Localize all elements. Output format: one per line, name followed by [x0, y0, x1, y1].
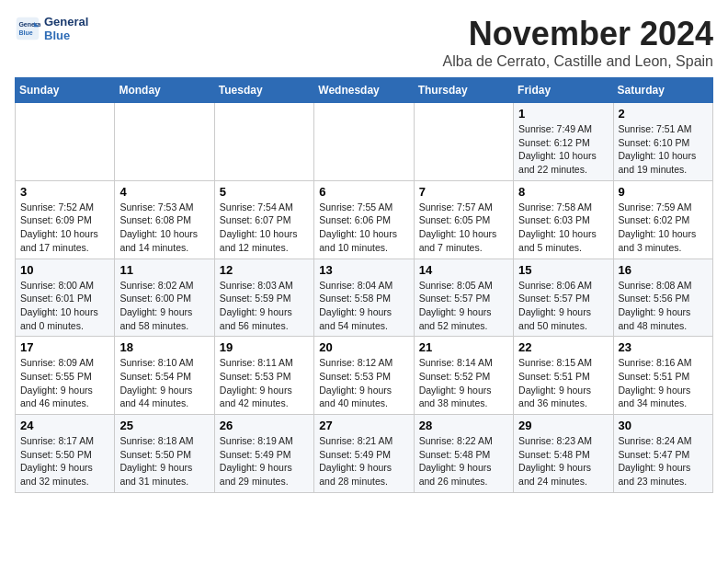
day-number: 14: [419, 263, 508, 277]
calendar-cell: 23Sunrise: 8:16 AM Sunset: 5:51 PM Dayli…: [613, 337, 712, 415]
calendar-cell: 26Sunrise: 8:19 AM Sunset: 5:49 PM Dayli…: [214, 415, 313, 493]
svg-text:Blue: Blue: [18, 29, 32, 36]
calendar-cell: 5Sunrise: 7:54 AM Sunset: 6:07 PM Daylig…: [214, 180, 313, 259]
calendar-cell: [16, 103, 115, 181]
calendar-cell: 19Sunrise: 8:11 AM Sunset: 5:53 PM Dayli…: [214, 337, 313, 415]
day-number: 19: [220, 340, 309, 354]
weekday-header-thursday: Thursday: [414, 78, 513, 103]
weekday-header-sunday: Sunday: [16, 78, 115, 103]
cell-details: Sunrise: 7:57 AM Sunset: 6:05 PM Dayligh…: [419, 201, 508, 255]
calendar-cell: 10Sunrise: 8:00 AM Sunset: 6:01 PM Dayli…: [16, 259, 115, 337]
day-number: 7: [419, 185, 508, 199]
day-number: 29: [518, 419, 608, 432]
calendar-week-5: 24Sunrise: 8:17 AM Sunset: 5:50 PM Dayli…: [16, 415, 713, 493]
calendar-cell: 1Sunrise: 7:49 AM Sunset: 6:12 PM Daylig…: [514, 103, 613, 181]
day-number: 13: [319, 263, 408, 277]
logo-text: General Blue: [44, 15, 88, 42]
cell-details: Sunrise: 8:05 AM Sunset: 5:57 PM Dayligh…: [419, 279, 508, 333]
cell-details: Sunrise: 7:58 AM Sunset: 6:03 PM Dayligh…: [518, 201, 608, 255]
logo: General Blue General Blue: [15, 15, 88, 42]
day-number: 17: [20, 340, 109, 354]
calendar-cell: 25Sunrise: 8:18 AM Sunset: 5:50 PM Dayli…: [115, 415, 214, 493]
calendar-cell: 12Sunrise: 8:03 AM Sunset: 5:59 PM Dayli…: [214, 259, 313, 337]
day-number: 6: [319, 185, 408, 199]
cell-details: Sunrise: 7:51 AM Sunset: 6:10 PM Dayligh…: [619, 122, 708, 177]
calendar-table: SundayMondayTuesdayWednesdayThursdayFrid…: [15, 77, 713, 493]
cell-details: Sunrise: 8:00 AM Sunset: 6:01 PM Dayligh…: [20, 279, 109, 333]
calendar-cell: 17Sunrise: 8:09 AM Sunset: 5:55 PM Dayli…: [16, 337, 115, 415]
calendar-cell: [414, 103, 513, 181]
calendar-cell: 14Sunrise: 8:05 AM Sunset: 5:57 PM Dayli…: [414, 259, 513, 337]
day-number: 10: [20, 263, 109, 277]
cell-details: Sunrise: 7:52 AM Sunset: 6:09 PM Dayligh…: [20, 201, 109, 255]
calendar-cell: 13Sunrise: 8:04 AM Sunset: 5:58 PM Dayli…: [314, 259, 414, 337]
cell-details: Sunrise: 8:15 AM Sunset: 5:51 PM Dayligh…: [518, 356, 608, 410]
cell-details: Sunrise: 8:23 AM Sunset: 5:48 PM Dayligh…: [518, 434, 608, 488]
day-number: 23: [619, 340, 708, 354]
day-number: 8: [518, 185, 608, 199]
calendar-cell: 3Sunrise: 7:52 AM Sunset: 6:09 PM Daylig…: [16, 180, 115, 259]
calendar-cell: 9Sunrise: 7:59 AM Sunset: 6:02 PM Daylig…: [613, 180, 712, 259]
day-number: 9: [619, 185, 708, 199]
page-header: General Blue General Blue November 2024 …: [15, 15, 713, 70]
cell-details: Sunrise: 8:21 AM Sunset: 5:49 PM Dayligh…: [319, 434, 408, 488]
calendar-cell: 22Sunrise: 8:15 AM Sunset: 5:51 PM Dayli…: [514, 337, 613, 415]
weekday-header-friday: Friday: [514, 78, 613, 103]
month-title: November 2024: [443, 15, 713, 53]
calendar-cell: 16Sunrise: 8:08 AM Sunset: 5:56 PM Dayli…: [613, 259, 712, 337]
location-subtitle: Alba de Cerrato, Castille and Leon, Spai…: [443, 53, 713, 70]
calendar-week-1: 1Sunrise: 7:49 AM Sunset: 6:12 PM Daylig…: [16, 103, 713, 181]
calendar-cell: [115, 103, 214, 181]
cell-details: Sunrise: 8:17 AM Sunset: 5:50 PM Dayligh…: [20, 434, 109, 488]
cell-details: Sunrise: 8:09 AM Sunset: 5:55 PM Dayligh…: [20, 356, 109, 410]
cell-details: Sunrise: 7:59 AM Sunset: 6:02 PM Dayligh…: [619, 201, 708, 255]
cell-details: Sunrise: 8:22 AM Sunset: 5:48 PM Dayligh…: [419, 434, 508, 488]
calendar-cell: 24Sunrise: 8:17 AM Sunset: 5:50 PM Dayli…: [16, 415, 115, 493]
logo-icon: General Blue: [15, 16, 40, 41]
calendar-week-4: 17Sunrise: 8:09 AM Sunset: 5:55 PM Dayli…: [16, 337, 713, 415]
cell-details: Sunrise: 7:49 AM Sunset: 6:12 PM Dayligh…: [518, 122, 608, 177]
day-number: 12: [220, 263, 309, 277]
calendar-cell: 28Sunrise: 8:22 AM Sunset: 5:48 PM Dayli…: [414, 415, 513, 493]
calendar-cell: [314, 103, 414, 181]
calendar-cell: 29Sunrise: 8:23 AM Sunset: 5:48 PM Dayli…: [514, 415, 613, 493]
weekday-header-row: SundayMondayTuesdayWednesdayThursdayFrid…: [16, 78, 713, 103]
day-number: 25: [119, 419, 209, 432]
calendar-cell: 4Sunrise: 7:53 AM Sunset: 6:08 PM Daylig…: [115, 180, 214, 259]
cell-details: Sunrise: 8:06 AM Sunset: 5:57 PM Dayligh…: [518, 279, 608, 333]
day-number: 22: [518, 340, 608, 354]
cell-details: Sunrise: 8:19 AM Sunset: 5:49 PM Dayligh…: [220, 434, 309, 488]
calendar-week-3: 10Sunrise: 8:00 AM Sunset: 6:01 PM Dayli…: [16, 259, 713, 337]
day-number: 3: [20, 185, 109, 199]
day-number: 4: [119, 185, 209, 199]
day-number: 24: [20, 419, 109, 432]
cell-details: Sunrise: 7:53 AM Sunset: 6:08 PM Dayligh…: [119, 201, 209, 255]
cell-details: Sunrise: 8:11 AM Sunset: 5:53 PM Dayligh…: [220, 356, 309, 410]
day-number: 20: [319, 340, 408, 354]
title-area: November 2024 Alba de Cerrato, Castille …: [443, 15, 713, 70]
cell-details: Sunrise: 8:04 AM Sunset: 5:58 PM Dayligh…: [319, 279, 408, 333]
calendar-cell: 7Sunrise: 7:57 AM Sunset: 6:05 PM Daylig…: [414, 180, 513, 259]
cell-details: Sunrise: 8:02 AM Sunset: 6:00 PM Dayligh…: [119, 279, 209, 333]
calendar-cell: 30Sunrise: 8:24 AM Sunset: 5:47 PM Dayli…: [613, 415, 712, 493]
day-number: 30: [619, 419, 708, 432]
day-number: 26: [220, 419, 309, 432]
calendar-cell: 8Sunrise: 7:58 AM Sunset: 6:03 PM Daylig…: [514, 180, 613, 259]
cell-details: Sunrise: 8:24 AM Sunset: 5:47 PM Dayligh…: [619, 434, 708, 488]
weekday-header-monday: Monday: [115, 78, 214, 103]
day-number: 28: [419, 419, 508, 432]
cell-details: Sunrise: 8:03 AM Sunset: 5:59 PM Dayligh…: [220, 279, 309, 333]
calendar-cell: [214, 103, 313, 181]
cell-details: Sunrise: 8:08 AM Sunset: 5:56 PM Dayligh…: [619, 279, 708, 333]
day-number: 27: [319, 419, 408, 432]
day-number: 16: [619, 263, 708, 277]
weekday-header-wednesday: Wednesday: [314, 78, 414, 103]
cell-details: Sunrise: 8:10 AM Sunset: 5:54 PM Dayligh…: [119, 356, 209, 410]
calendar-cell: 21Sunrise: 8:14 AM Sunset: 5:52 PM Dayli…: [414, 337, 513, 415]
calendar-week-2: 3Sunrise: 7:52 AM Sunset: 6:09 PM Daylig…: [16, 180, 713, 259]
cell-details: Sunrise: 8:18 AM Sunset: 5:50 PM Dayligh…: [119, 434, 209, 488]
cell-details: Sunrise: 8:14 AM Sunset: 5:52 PM Dayligh…: [419, 356, 508, 410]
calendar-cell: 27Sunrise: 8:21 AM Sunset: 5:49 PM Dayli…: [314, 415, 414, 493]
day-number: 5: [220, 185, 309, 199]
day-number: 18: [119, 340, 209, 354]
